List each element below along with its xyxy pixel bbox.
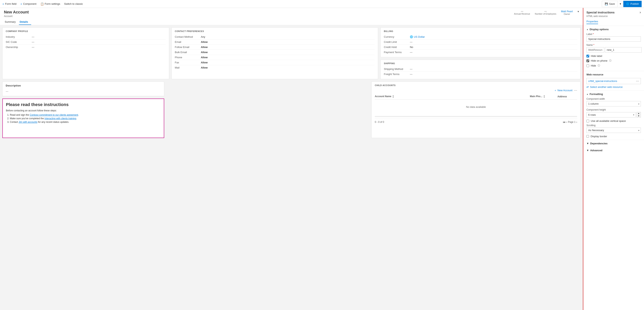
owner-link[interactable]: Matt Peart bbox=[561, 10, 573, 13]
formatting-section: ▲ Formatting Component width 1 column ▾ … bbox=[583, 91, 644, 140]
save-dropdown-button[interactable]: ▾ bbox=[618, 1, 622, 7]
company-profile-section: COMPANY PROFILE Industry --- SIC Code --… bbox=[2, 28, 169, 79]
training-link[interactable]: Interacting with clients training bbox=[44, 117, 76, 120]
topbar-actions: 💾 Save ▾ 🌐 Publish bbox=[602, 1, 642, 7]
prev-page-button[interactable]: ‹ bbox=[566, 120, 567, 124]
advanced-title: Advanced bbox=[590, 149, 602, 152]
form-header: New Account Account --- Annual Revenue -… bbox=[0, 8, 583, 25]
contact-method-field: Contact Method Any bbox=[175, 34, 375, 40]
description-section: Description --- bbox=[2, 82, 164, 96]
payment-terms-field: Payment Terms --- bbox=[384, 50, 577, 55]
more-options-button[interactable]: ⋯ bbox=[574, 88, 577, 92]
display-border-row: Display border bbox=[586, 135, 641, 138]
chevron-up-icon: ▲ bbox=[586, 28, 588, 30]
display-options-title[interactable]: ▲ Display options bbox=[586, 28, 641, 31]
scrollbar[interactable] bbox=[375, 116, 577, 117]
shipping-method-field: Shipping Method --- bbox=[384, 67, 577, 72]
component-button[interactable]: + Component bbox=[20, 2, 36, 6]
page-indicator: Page 1 bbox=[568, 121, 576, 123]
child-accounts-title: CHILD ACCOUNTS bbox=[375, 84, 577, 86]
new-account-button[interactable]: ＋ New Account bbox=[554, 89, 572, 92]
panel-subtitle: HTML web resource bbox=[586, 15, 641, 18]
publish-icon: 🌐 bbox=[626, 2, 629, 5]
plus-icon: + bbox=[2, 2, 4, 6]
web-resource-menu-icon[interactable]: ⋯ bbox=[636, 79, 639, 83]
tab-properties[interactable]: Properties bbox=[586, 19, 598, 24]
mail-field: Mail Allow bbox=[175, 65, 375, 70]
hide-label-checkbox[interactable] bbox=[586, 55, 589, 57]
sort-icon-phone: ▲▼ bbox=[544, 95, 545, 98]
no-data-message: No data available bbox=[375, 99, 577, 114]
form-field-button[interactable]: + Form field bbox=[2, 2, 16, 6]
left-bottom-col: Description --- Please read these instru… bbox=[2, 82, 164, 138]
form-title: New Account bbox=[4, 10, 29, 15]
panel-title: Special instructions › bbox=[586, 10, 641, 15]
panel-tabs: Properties bbox=[586, 19, 641, 24]
select-web-resource-button[interactable]: ⇄ Select another web resource bbox=[586, 85, 641, 88]
component-height-field: Component height 6 rows ▾ ▲ ▼ bbox=[586, 108, 641, 117]
scrolling-select[interactable]: As Necessary bbox=[586, 127, 641, 133]
col-account-name[interactable]: Account Name ▲▼ bbox=[375, 95, 530, 98]
page-nav: ⏮ ‹ Page 1 › bbox=[563, 120, 577, 124]
swap-icon: ⇄ bbox=[586, 85, 589, 88]
name-field: Name * bbox=[586, 44, 641, 53]
contact-preferences-section: CONTACT PREFERENCES Contact Method Any E… bbox=[172, 28, 378, 79]
employees-field: --- Number of Employees bbox=[535, 10, 556, 15]
dependencies-title: Dependencies bbox=[590, 142, 608, 145]
scrolling-select-wrapper: As Necessary ▾ bbox=[586, 127, 641, 133]
formatting-title[interactable]: ▲ Formatting bbox=[586, 93, 641, 96]
billing-title: BILLING bbox=[384, 30, 577, 32]
bottom-sections-row: Description --- Please read these instru… bbox=[2, 82, 580, 138]
component-width-select[interactable]: 1 column bbox=[586, 101, 641, 106]
switch-classic-button[interactable]: Switch to classic bbox=[64, 2, 83, 5]
web-resource-section: Web resource crfb6_special-instructions … bbox=[583, 71, 644, 91]
contact-prefs-title: CONTACT PREFERENCES bbox=[175, 30, 375, 32]
name-prefix-input[interactable] bbox=[586, 47, 604, 53]
pagination-range: 0 - 0 of 0 bbox=[375, 121, 384, 123]
jim-link[interactable]: Jim with accounts bbox=[19, 121, 38, 123]
name-value-input[interactable] bbox=[605, 47, 642, 53]
label-field: Label * bbox=[586, 33, 641, 42]
chevron-down-deps: ▼ bbox=[586, 142, 589, 145]
form-header-fields: --- Annual Revenue --- Number of Employe… bbox=[514, 10, 579, 15]
hide-on-phone-checkbox[interactable] bbox=[586, 59, 589, 62]
tab-summary[interactable]: Summary bbox=[4, 19, 19, 25]
height-stepper: ▲ ▼ bbox=[636, 112, 641, 117]
height-decrement-button[interactable]: ▼ bbox=[637, 115, 641, 117]
next-page-button[interactable]: › bbox=[576, 120, 577, 124]
chevron-down-icon[interactable]: ▾ bbox=[578, 10, 579, 13]
panel-close-icon[interactable]: › bbox=[640, 10, 641, 15]
form-settings-button[interactable]: 📋 Form settings bbox=[40, 2, 60, 6]
col-main-phone[interactable]: Main Pho... ▲▼ bbox=[530, 95, 558, 98]
tab-details[interactable]: Details bbox=[19, 19, 31, 25]
hide-checkbox[interactable] bbox=[586, 64, 589, 67]
web-resource-field[interactable]: crfb6_special-instructions ⋯ bbox=[586, 78, 641, 84]
hide-label-text: Hide label bbox=[591, 55, 602, 57]
form-subtitle: Account bbox=[4, 15, 29, 18]
info-icon-phone[interactable]: ⓘ bbox=[609, 59, 612, 62]
component-height-select[interactable]: 6 rows bbox=[586, 112, 636, 117]
first-page-button[interactable]: ⏮ bbox=[563, 120, 566, 124]
shipping-title: SHIPPING bbox=[384, 62, 577, 65]
label-input[interactable] bbox=[586, 36, 641, 42]
dependencies-section[interactable]: ▼ Dependencies bbox=[583, 140, 644, 147]
list-item: Contact Jim with accounts for any recent… bbox=[10, 121, 161, 123]
component-height-select-wrapper: 6 rows ▾ bbox=[586, 112, 636, 117]
info-icon-hide[interactable]: ⓘ bbox=[598, 64, 600, 67]
ownership-field: Ownership --- bbox=[6, 45, 166, 50]
panel-header: Special instructions › HTML web resource… bbox=[583, 8, 644, 26]
component-width-field: Component width 1 column ▾ bbox=[586, 98, 641, 106]
annual-revenue-field: --- Annual Revenue bbox=[514, 10, 530, 15]
credit-limit-field: Credit Limit --- bbox=[384, 40, 577, 45]
hide-on-phone-text: Hide on phone bbox=[591, 59, 608, 62]
top-sections-row: COMPANY PROFILE Industry --- SIC Code --… bbox=[2, 28, 580, 79]
advanced-section[interactable]: ▼ Advanced bbox=[583, 147, 644, 154]
contoso-link[interactable]: Contoso commitment to our clients agreem… bbox=[30, 113, 78, 116]
display-border-checkbox[interactable] bbox=[586, 135, 589, 138]
main-layout: New Account Account --- Annual Revenue -… bbox=[0, 8, 644, 310]
name-fields-container bbox=[586, 47, 641, 53]
publish-button[interactable]: 🌐 Publish bbox=[623, 1, 642, 7]
height-increment-button[interactable]: ▲ bbox=[637, 112, 641, 115]
save-button[interactable]: 💾 Save bbox=[602, 1, 618, 7]
use-all-space-checkbox[interactable] bbox=[586, 120, 589, 122]
